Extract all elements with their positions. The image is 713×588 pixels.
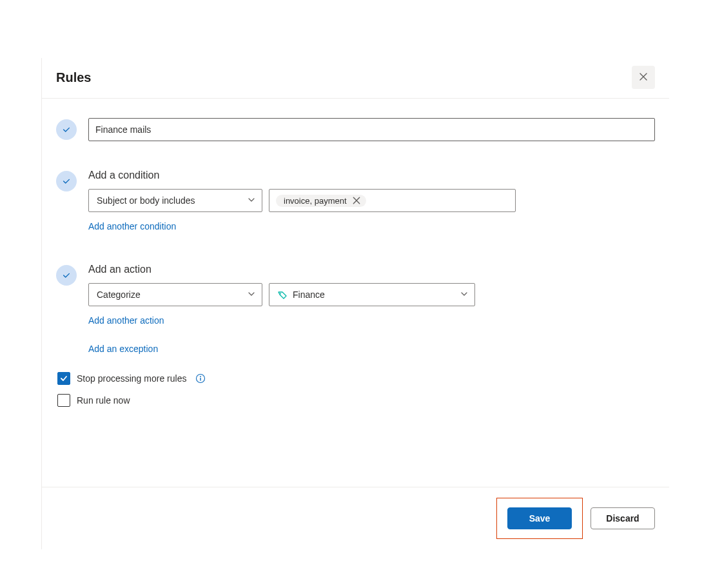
action-value-text: Finance	[293, 289, 325, 300]
options-block: Stop processing more rules Run rule now	[56, 372, 655, 407]
add-action-link[interactable]: Add another action	[88, 315, 164, 326]
rule-name-row	[56, 118, 655, 141]
action-type-value: Categorize	[97, 289, 141, 300]
save-highlight: Save	[496, 498, 583, 539]
chip-text: invoice, payment	[284, 196, 347, 206]
chevron-down-icon	[460, 289, 468, 300]
condition-type-dropdown[interactable]: Subject or body includes	[88, 189, 262, 212]
action-row: Add an action Categorize Finance	[56, 264, 655, 354]
stop-processing-label: Stop processing more rules	[77, 373, 186, 384]
close-button[interactable]	[632, 66, 655, 89]
info-icon[interactable]	[195, 373, 206, 384]
discard-button[interactable]: Discard	[591, 507, 655, 529]
close-icon	[638, 72, 649, 84]
stop-processing-checkbox[interactable]	[57, 372, 70, 385]
chevron-down-icon	[248, 195, 255, 206]
step-indicator-name	[56, 119, 77, 140]
run-now-checkbox[interactable]	[57, 394, 70, 407]
condition-type-value: Subject or body includes	[97, 195, 195, 206]
condition-value-input[interactable]: invoice, payment	[269, 189, 516, 212]
svg-point-0	[280, 293, 281, 295]
action-value-dropdown[interactable]: Finance	[269, 283, 475, 306]
add-condition-link[interactable]: Add another condition	[88, 221, 176, 231]
chip-remove-icon[interactable]	[352, 196, 361, 205]
condition-label: Add a condition	[88, 170, 655, 181]
action-label: Add an action	[88, 264, 655, 275]
stop-processing-row: Stop processing more rules	[57, 372, 655, 385]
panel-header: Rules	[42, 58, 669, 99]
panel-title: Rules	[56, 70, 91, 85]
step-indicator-action	[56, 265, 77, 286]
condition-chip: invoice, payment	[276, 195, 366, 207]
add-exception-link[interactable]: Add an exception	[88, 344, 158, 354]
run-now-row: Run rule now	[57, 394, 655, 407]
svg-rect-3	[200, 378, 201, 381]
panel-footer: Save Discard	[42, 487, 669, 549]
rules-panel: Rules Add a condition	[41, 58, 669, 549]
action-type-dropdown[interactable]: Categorize	[88, 283, 262, 306]
save-button[interactable]: Save	[507, 507, 572, 529]
panel-body: Add a condition Subject or body includes…	[42, 99, 669, 429]
category-tag-icon	[277, 289, 288, 300]
chevron-down-icon	[248, 289, 255, 300]
run-now-label: Run rule now	[77, 395, 130, 406]
condition-row: Add a condition Subject or body includes…	[56, 170, 655, 231]
svg-point-2	[200, 376, 202, 377]
rule-name-input[interactable]	[88, 118, 655, 141]
step-indicator-condition	[56, 171, 77, 191]
